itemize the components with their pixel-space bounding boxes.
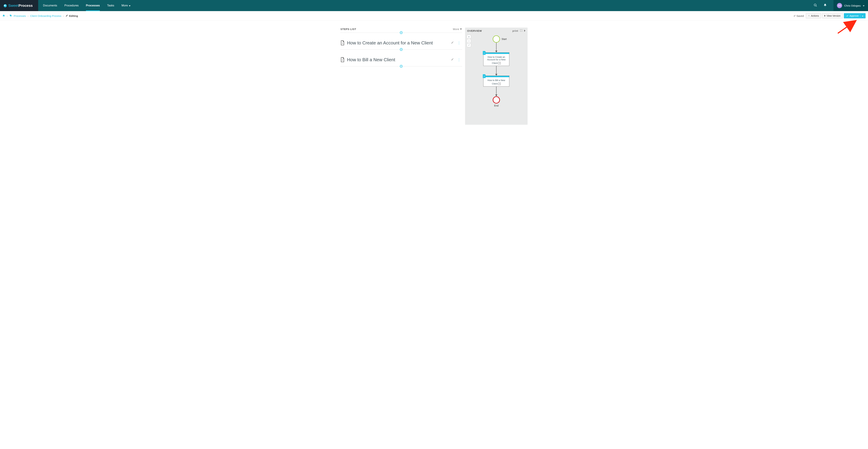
add-step-button[interactable]: + [400, 48, 403, 51]
bell-icon[interactable] [822, 2, 828, 9]
main-content: STEPS LIST More + 1 How to Create an Acc… [0, 21, 868, 125]
chevron-right-icon: › [28, 14, 28, 18]
add-step-button[interactable]: + [400, 31, 403, 34]
search-icon[interactable] [812, 2, 818, 9]
nav-processes[interactable]: Processes [86, 0, 100, 11]
flow-start-label: Start [501, 38, 507, 40]
flow-start-node[interactable] [493, 35, 500, 43]
approve-button[interactable]: Approve [844, 13, 866, 19]
stack-icon[interactable] [9, 14, 12, 18]
view-version-label: View Version [827, 14, 841, 17]
print-button[interactable]: print [512, 30, 518, 32]
nav-documents[interactable]: Documents [43, 0, 57, 11]
fullscreen-icon[interactable] [520, 29, 522, 32]
brand-text-process: Process [19, 3, 33, 7]
actions-button[interactable]: Actions [806, 13, 821, 19]
approve-label: Approve [849, 14, 859, 17]
nav-tasks[interactable]: Tasks [107, 0, 114, 11]
svg-text:2: 2 [484, 75, 485, 77]
nav-procedures[interactable]: Procedures [64, 0, 79, 11]
step-title: How to Create an Account for a New Clien… [347, 40, 447, 45]
flow-arrow [495, 87, 497, 96]
flow-end-node[interactable] [493, 96, 500, 103]
add-step-button[interactable]: + [400, 65, 403, 68]
nav-more[interactable]: More [122, 0, 130, 11]
step-menu-icon[interactable]: ⋮ [456, 40, 462, 46]
toolbar-buttons: Saved Actions View Version Approve [793, 13, 866, 19]
home-icon[interactable] [2, 14, 5, 18]
overview-panel: OVERVIEW print + − ⤢ [465, 28, 528, 125]
flow-end-label: End [494, 104, 499, 107]
user-menu[interactable]: CO Chris Odogwu [833, 0, 868, 11]
chevron-down-icon [863, 4, 865, 7]
actions-label: Actions [811, 14, 819, 17]
overview-column: OVERVIEW print + − ⤢ [465, 28, 528, 125]
svg-text:2: 2 [342, 59, 343, 61]
edit-step-icon[interactable] [451, 41, 454, 45]
chevron-down-icon [129, 4, 130, 7]
breadcrumb-doc[interactable]: Client Onboarding Process [30, 14, 61, 18]
svg-text:1: 1 [342, 42, 343, 44]
breadcrumb: › Processes › Client Onboarding Process … [2, 14, 792, 18]
editing-status: Editing [66, 14, 78, 18]
svg-point-2 [814, 4, 816, 6]
expand-icon[interactable]: + [498, 83, 501, 85]
chevron-right-icon: › [63, 14, 64, 18]
brand-mark-icon [3, 3, 7, 8]
step-menu-icon[interactable]: ⋮ [456, 57, 462, 63]
document-icon: 2 [340, 57, 345, 62]
flow-card-title: How to Create an Account for a New Clien… [487, 56, 505, 64]
steps-panel: STEPS LIST More + 1 How to Create an Acc… [340, 28, 462, 125]
chevron-right-icon: › [7, 14, 8, 18]
steps-more-label: More [453, 28, 459, 31]
avatar: CO [837, 3, 842, 8]
overview-title: OVERVIEW [467, 29, 482, 32]
step-title: How to Bill a New Client [347, 57, 447, 62]
brand-text-sweet: Sweet [8, 3, 19, 7]
saved-status: Saved [793, 14, 804, 18]
flow-card-title: How to Bill a New Client [488, 79, 505, 85]
flow-arrow [495, 43, 497, 53]
pencil-icon [66, 14, 68, 18]
document-icon: 1 [340, 40, 345, 45]
brand-logo[interactable]: SweetProcess [0, 0, 38, 11]
zoom-fit-button[interactable]: ⤢ [467, 43, 471, 47]
svg-text:1: 1 [484, 52, 485, 54]
mini-doc-icon: 2 [483, 74, 486, 78]
user-name: Chris Odogwu [844, 4, 861, 7]
svg-point-1 [4, 5, 5, 6]
top-navbar: SweetProcess Documents Procedures Proces… [0, 0, 868, 11]
flowchart: Start 1 How to Create an Account for a N… [467, 34, 526, 107]
edit-step-icon[interactable] [451, 58, 454, 62]
expand-icon[interactable]: + [498, 62, 501, 64]
flow-card[interactable]: 2 How to Bill a New Client + [483, 76, 509, 87]
step-row[interactable]: 1 How to Create an Account for a New Cli… [340, 37, 462, 49]
approve-dropdown-split[interactable] [860, 14, 863, 17]
view-version-button[interactable]: View Version [822, 13, 843, 19]
overview-tools: print [512, 29, 526, 32]
breadcrumb-toolbar: › Processes › Client Onboarding Process … [0, 11, 868, 21]
steps-list-title: STEPS LIST [340, 28, 356, 31]
nav-more-label: More [122, 4, 128, 7]
steps-more-button[interactable]: More [453, 28, 462, 31]
breadcrumb-processes[interactable]: Processes [14, 14, 26, 18]
flow-card[interactable]: 1 How to Create an Account for a New Cli… [483, 53, 509, 66]
saved-label: Saved [797, 14, 804, 18]
editing-label: Editing [69, 14, 78, 18]
nav-links: Documents Procedures Processes Tasks Mor… [38, 0, 812, 11]
nav-right: CO Chris Odogwu [812, 0, 868, 11]
step-row[interactable]: 2 How to Bill a New Client ⋮ [340, 54, 462, 66]
mini-doc-icon: 1 [483, 51, 486, 55]
chevron-right-icon[interactable] [524, 30, 526, 32]
svg-line-3 [816, 6, 817, 7]
flow-arrow [495, 66, 497, 76]
